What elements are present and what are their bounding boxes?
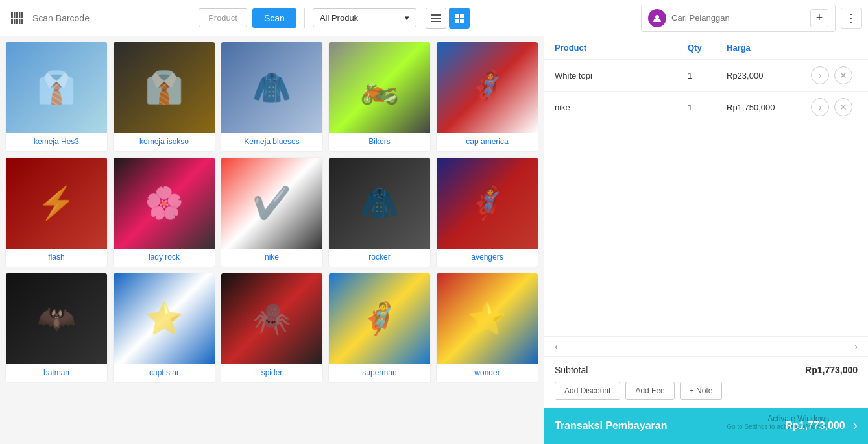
cart-item-name: White topi	[555, 71, 688, 80]
scan-button[interactable]: Scan	[252, 8, 296, 28]
product-name: flash	[45, 253, 67, 262]
customer-search-input[interactable]	[671, 13, 805, 23]
product-icon: 🦸	[468, 185, 507, 221]
product-image: 👔	[114, 42, 215, 133]
product-name: kemeja isokso	[137, 137, 191, 146]
scan-barcode-input[interactable]	[32, 13, 193, 23]
product-icon: 🌸	[145, 185, 184, 221]
svg-rect-0	[11, 12, 13, 18]
svg-rect-12	[431, 21, 441, 22]
svg-rect-15	[455, 19, 459, 23]
prev-page-button[interactable]: ‹	[555, 341, 558, 352]
col-harga: Harga	[727, 43, 811, 53]
svg-rect-4	[21, 12, 23, 18]
product-image: 🦸	[437, 42, 538, 133]
subtotal-row: Subtotal Rp1,773,000	[555, 365, 858, 375]
product-card[interactable]: 🧥Kemeja blueses	[221, 42, 323, 152]
product-icon: ⭐	[468, 301, 507, 337]
svg-rect-10	[431, 14, 441, 16]
svg-rect-13	[455, 14, 459, 18]
dropdown-label: All Produk	[320, 13, 358, 23]
product-image: 🏍️	[329, 42, 430, 133]
product-card[interactable]: ⭐wonder	[436, 273, 538, 383]
product-name: Bikers	[366, 137, 392, 146]
product-icon: 🕷️	[252, 301, 291, 337]
col-qty: Qty	[688, 43, 727, 53]
product-card[interactable]: 🕷️spider	[221, 273, 323, 383]
add-fee-button[interactable]: Add Fee	[625, 382, 674, 400]
product-icon: ⭐	[145, 301, 184, 337]
cart-row: nike1Rp1,750,000›✕	[544, 92, 868, 123]
product-card[interactable]: 🦸superman	[328, 273, 431, 383]
action-buttons: Add Discount Add Fee + Note	[555, 382, 858, 400]
product-card[interactable]: ✔️nike	[221, 157, 323, 267]
product-image: ⭐	[114, 273, 215, 364]
product-card[interactable]: 👔kemeja isokso	[113, 42, 215, 152]
product-card[interactable]: 🦇batman	[5, 273, 108, 383]
cart-item-name: nike	[555, 103, 688, 112]
cart-table: Product Qty Harga White topi1Rp23,000›✕n…	[544, 36, 868, 336]
svg-rect-16	[460, 19, 464, 23]
product-icon: 🦇	[37, 301, 76, 337]
add-note-button[interactable]: + Note	[680, 382, 723, 400]
product-name: wonder	[472, 368, 502, 377]
product-card[interactable]: ⭐capt star	[113, 273, 215, 383]
chevron-down-icon: ▾	[405, 13, 409, 23]
product-name: kemeja Hes3	[31, 137, 82, 146]
more-options-button[interactable]: ⋮	[841, 8, 862, 29]
product-name: nike	[262, 253, 282, 262]
product-filter-dropdown[interactable]: All Produk ▾	[313, 8, 416, 27]
product-button[interactable]: Product	[199, 8, 247, 27]
product-card[interactable]: 🦸cap america	[436, 42, 538, 152]
list-view-button[interactable]	[426, 8, 446, 29]
product-image: ✔️	[221, 158, 322, 249]
cart-header: Product Qty Harga	[544, 36, 868, 60]
top-bar: Product Scan All Produk ▾ + ⋮	[0, 0, 868, 36]
product-card[interactable]: ⚡flash	[5, 157, 108, 267]
next-page-button[interactable]: ›	[854, 341, 858, 352]
product-name: rocker	[366, 253, 392, 262]
cart-remove-button[interactable]: ✕	[834, 66, 852, 84]
svg-rect-11	[431, 18, 441, 19]
cart-edit-button[interactable]: ›	[811, 98, 829, 116]
checkout-bar[interactable]: Transaksi Pembayaran Activate Windows Go…	[544, 408, 868, 444]
product-name: cap america	[463, 137, 511, 146]
add-customer-button[interactable]: +	[810, 9, 828, 27]
cart-item-price: Rp23,000	[727, 71, 811, 80]
product-card[interactable]: 👔kemeja Hes3	[5, 42, 108, 152]
grid-view-button[interactable]	[449, 8, 470, 29]
product-card[interactable]: 🏍️Bikers	[328, 42, 431, 152]
svg-rect-9	[21, 19, 23, 24]
checkout-arrow-icon: ›	[853, 417, 858, 434]
svg-rect-1	[14, 12, 16, 18]
product-name: capt star	[147, 368, 182, 377]
cart-edit-button[interactable]: ›	[811, 66, 829, 84]
product-image: 🧥	[221, 42, 322, 133]
main-content: 👔kemeja Hes3👔kemeja isokso🧥Kemeja bluese…	[0, 36, 868, 444]
product-card[interactable]: 🧥rocker	[328, 157, 431, 267]
svg-rect-6	[14, 19, 16, 24]
product-image: 🕷️	[221, 273, 322, 364]
product-image: 🦸	[329, 273, 430, 364]
product-name: superman	[359, 368, 399, 377]
svg-rect-7	[16, 19, 18, 24]
right-panel: Product Qty Harga White topi1Rp23,000›✕n…	[544, 36, 868, 444]
product-icon: 🦸	[360, 301, 399, 337]
checkout-label: Transaksi Pembayaran	[555, 420, 667, 432]
product-card[interactable]: 🦸avengers	[436, 157, 538, 267]
subtotal-section: Subtotal Rp1,773,000 Add Discount Add Fe…	[544, 356, 868, 408]
add-discount-button[interactable]: Add Discount	[555, 382, 620, 400]
product-grid-wrap: 👔kemeja Hes3👔kemeja isokso🧥Kemeja bluese…	[0, 36, 544, 444]
cart-item-qty: 1	[688, 71, 727, 80]
product-grid: 👔kemeja Hes3👔kemeja isokso🧥Kemeja bluese…	[5, 42, 538, 383]
product-name: avengers	[468, 253, 505, 262]
cart-remove-button[interactable]: ✕	[834, 98, 852, 116]
pagination: ‹ ›	[544, 336, 868, 356]
customer-search-wrap: +	[641, 5, 836, 32]
svg-rect-5	[11, 19, 13, 24]
product-image: ⚡	[6, 158, 107, 249]
activate-windows-title: Activate Windows	[727, 414, 829, 423]
col-product: Product	[555, 43, 688, 53]
product-image: 🧥	[329, 158, 430, 249]
product-card[interactable]: 🌸lady rock	[113, 157, 215, 267]
